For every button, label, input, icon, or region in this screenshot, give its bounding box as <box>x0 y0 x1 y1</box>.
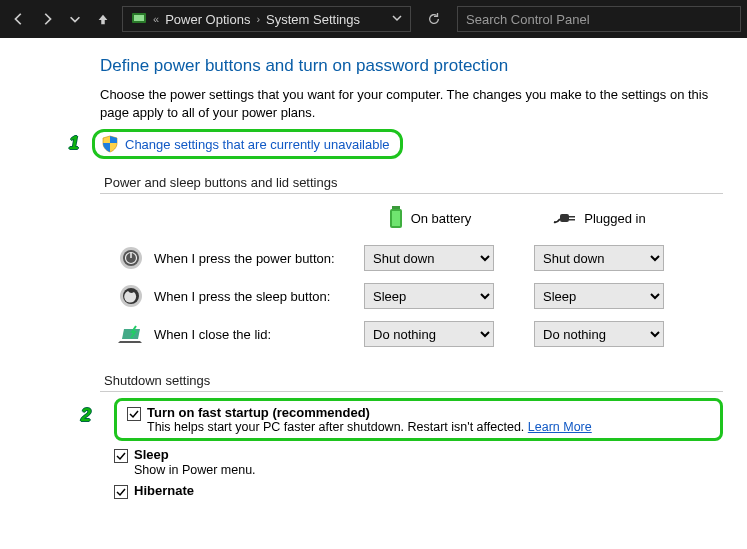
breadcrumb-sep-1: › <box>256 13 260 25</box>
lid-plugged-select[interactable]: Do nothing <box>534 321 664 347</box>
sleep-button-battery-select[interactable]: Sleep <box>364 283 494 309</box>
recent-locations-button[interactable] <box>62 6 88 32</box>
row-sleep-label: When I press the sleep button: <box>154 289 330 304</box>
sleep-title: Sleep <box>134 447 169 462</box>
refresh-button[interactable] <box>419 12 449 26</box>
battery-icon <box>387 204 405 233</box>
sleep-option: Sleep <box>114 447 723 463</box>
shutdown-section: Shutdown settings 2 Turn on fast startup… <box>100 373 723 499</box>
forward-button[interactable] <box>34 6 60 32</box>
power-button-battery-select[interactable]: Shut down <box>364 245 494 271</box>
fast-startup-title: Turn on fast startup (recommended) <box>147 405 592 420</box>
power-button-icon <box>118 245 144 271</box>
hibernate-option: Hibernate <box>114 483 723 499</box>
content-area: Define power buttons and turn on passwor… <box>0 38 747 517</box>
search-placeholder: Search Control Panel <box>466 12 590 27</box>
page-intro: Choose the power settings that you want … <box>100 86 723 121</box>
up-button[interactable] <box>90 6 116 32</box>
annotation-marker-2: 2 <box>81 405 91 426</box>
sleep-checkbox[interactable] <box>114 449 128 463</box>
column-headers: On battery Plugged in <box>104 204 723 233</box>
col-plugged-label: Plugged in <box>584 211 645 226</box>
address-bar[interactable]: « Power Options › System Settings <box>122 6 411 32</box>
breadcrumb-prefix: « <box>153 13 159 25</box>
fast-startup-checkbox[interactable] <box>127 407 141 421</box>
fast-startup-option: Turn on fast startup (recommended) This … <box>127 405 710 434</box>
fast-startup-desc: This helps start your PC faster after sh… <box>147 420 592 434</box>
control-panel-icon <box>131 10 147 29</box>
row-sleep-button: When I press the sleep button: Sleep Sle… <box>104 283 723 309</box>
breadcrumb-power-options[interactable]: Power Options <box>165 12 250 27</box>
col-battery-label: On battery <box>411 211 472 226</box>
breadcrumb-system-settings[interactable]: System Settings <box>266 12 360 27</box>
row-lid-label-wrap: When I close the lid: <box>104 321 364 347</box>
row-power-label-wrap: When I press the power button: <box>104 245 364 271</box>
col-battery: On battery <box>387 204 472 233</box>
change-settings-link[interactable]: Change settings that are currently unava… <box>125 137 390 152</box>
hibernate-checkbox[interactable] <box>114 485 128 499</box>
navbar: « Power Options › System Settings Search… <box>0 0 747 38</box>
svg-rect-1 <box>134 15 144 21</box>
power-button-plugged-select[interactable]: Shut down <box>534 245 664 271</box>
row-lid: When I close the lid: Do nothing Do noth… <box>104 321 723 347</box>
lid-battery-select[interactable]: Do nothing <box>364 321 494 347</box>
section-header-shutdown: Shutdown settings <box>100 373 723 392</box>
sleep-button-icon <box>118 283 144 309</box>
page-title: Define power buttons and turn on passwor… <box>100 56 723 76</box>
learn-more-link[interactable]: Learn More <box>528 420 592 434</box>
svg-rect-4 <box>392 211 400 226</box>
row-lid-label: When I close the lid: <box>154 327 271 342</box>
uac-shield-icon <box>101 135 119 153</box>
address-dropdown-icon[interactable] <box>392 13 402 25</box>
svg-rect-5 <box>560 214 569 222</box>
annotation-marker-1: 1 <box>69 133 79 154</box>
annotation-highlight-2: 2 Turn on fast startup (recommended) Thi… <box>114 398 723 441</box>
section-header-buttons: Power and sleep buttons and lid settings <box>100 175 723 194</box>
annotation-highlight-1: 1 Change settings that are currently una… <box>92 129 403 159</box>
back-button[interactable] <box>6 6 32 32</box>
plug-icon <box>552 208 578 229</box>
sleep-desc: Show in Power menu. <box>114 463 723 477</box>
lid-icon <box>118 321 144 347</box>
svg-rect-2 <box>392 206 400 209</box>
row-power-button: When I press the power button: Shut down… <box>104 245 723 271</box>
row-power-label: When I press the power button: <box>154 251 335 266</box>
svg-rect-7 <box>569 219 575 221</box>
row-sleep-label-wrap: When I press the sleep button: <box>104 283 364 309</box>
hibernate-title: Hibernate <box>134 483 194 498</box>
sleep-button-plugged-select[interactable]: Sleep <box>534 283 664 309</box>
col-plugged: Plugged in <box>552 208 645 229</box>
search-input[interactable]: Search Control Panel <box>457 6 741 32</box>
svg-rect-6 <box>569 216 575 218</box>
